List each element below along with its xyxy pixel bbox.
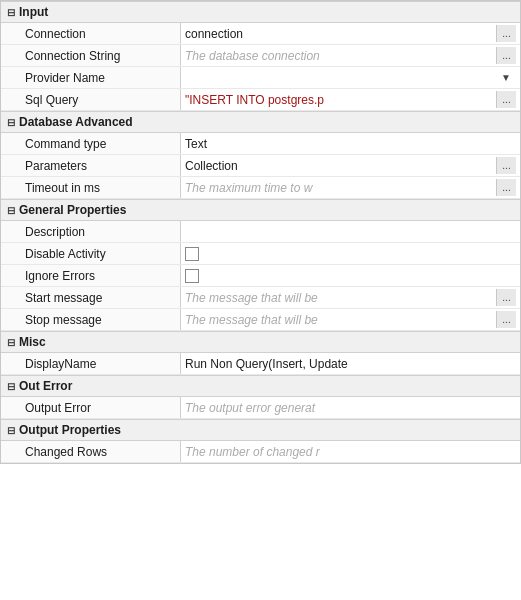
output-error-placeholder: The output error generat [185,401,516,415]
timeout-placeholder: The maximum time to w [185,181,496,195]
prop-value-display-name[interactable]: Run Non Query(Insert, Update [181,353,520,374]
row-start-message: Start message The message that will be .… [1,287,520,309]
prop-value-provider-name[interactable]: ▼ [181,67,520,88]
row-output-error: Output Error The output error generat [1,397,520,419]
section-out-error-label: Out Error [19,379,72,393]
row-description: Description [1,221,520,243]
row-stop-message: Stop message The message that will be ..… [1,309,520,331]
prop-name-start-message: Start message [1,287,181,308]
row-command-type: Command type Text [1,133,520,155]
timeout-dots-button[interactable]: ... [496,179,516,196]
prop-name-provider-name: Provider Name [1,67,181,88]
prop-name-command-type: Command type [1,133,181,154]
prop-name-output-error: Output Error [1,397,181,418]
toggle-input-icon[interactable]: ⊟ [7,7,15,18]
command-type-value: Text [185,137,516,151]
section-general-label: General Properties [19,203,126,217]
connection-dots-button[interactable]: ... [496,25,516,42]
prop-name-stop-message: Stop message [1,309,181,330]
toggle-misc-icon[interactable]: ⊟ [7,337,15,348]
prop-name-ignore-errors: Ignore Errors [1,265,181,286]
parameters-dots-button[interactable]: ... [496,157,516,174]
section-output-properties[interactable]: ⊟ Output Properties [1,419,520,441]
prop-name-connection-string: Connection String [1,45,181,66]
prop-value-connection-string[interactable]: The database connection ... [181,45,520,66]
sql-query-value: "INSERT INTO postgres.p [185,93,496,107]
prop-value-parameters[interactable]: Collection ... [181,155,520,176]
display-name-value: Run Non Query(Insert, Update [185,357,516,371]
prop-value-disable-activity[interactable] [181,243,520,264]
property-grid: ⊟ Input Connection connection ... Connec… [0,0,521,464]
prop-value-stop-message[interactable]: The message that will be ... [181,309,520,330]
toggle-output-props-icon[interactable]: ⊟ [7,425,15,436]
prop-name-parameters: Parameters [1,155,181,176]
prop-value-timeout[interactable]: The maximum time to w ... [181,177,520,198]
stop-message-placeholder: The message that will be [185,313,496,327]
row-disable-activity: Disable Activity [1,243,520,265]
section-out-error[interactable]: ⊟ Out Error [1,375,520,397]
prop-value-ignore-errors[interactable] [181,265,520,286]
provider-name-dropdown-button[interactable]: ▼ [496,72,516,83]
stop-message-dots-button[interactable]: ... [496,311,516,328]
connection-string-placeholder: The database connection [185,49,496,63]
prop-value-sql-query[interactable]: "INSERT INTO postgres.p ... [181,89,520,110]
sql-query-dots-button[interactable]: ... [496,91,516,108]
prop-name-display-name: DisplayName [1,353,181,374]
prop-name-description: Description [1,221,181,242]
prop-name-sql-query: Sql Query [1,89,181,110]
disable-activity-checkbox[interactable] [185,247,199,261]
section-misc-label: Misc [19,335,46,349]
row-ignore-errors: Ignore Errors [1,265,520,287]
section-general-properties[interactable]: ⊟ General Properties [1,199,520,221]
prop-name-connection: Connection [1,23,181,44]
parameters-value: Collection [185,159,496,173]
connection-value: connection [185,27,496,41]
row-timeout: Timeout in ms The maximum time to w ... [1,177,520,199]
row-changed-rows: Changed Rows The number of changed r [1,441,520,463]
section-db-advanced-label: Database Advanced [19,115,133,129]
prop-name-disable-activity: Disable Activity [1,243,181,264]
toggle-out-error-icon[interactable]: ⊟ [7,381,15,392]
section-misc[interactable]: ⊟ Misc [1,331,520,353]
connection-string-dots-button[interactable]: ... [496,47,516,64]
start-message-dots-button[interactable]: ... [496,289,516,306]
prop-name-changed-rows: Changed Rows [1,441,181,462]
prop-name-timeout: Timeout in ms [1,177,181,198]
section-input-label: Input [19,5,48,19]
row-parameters: Parameters Collection ... [1,155,520,177]
prop-value-description[interactable] [181,221,520,242]
prop-value-output-error[interactable]: The output error generat [181,397,520,418]
section-input[interactable]: ⊟ Input [1,1,520,23]
prop-value-connection[interactable]: connection ... [181,23,520,44]
row-connection: Connection connection ... [1,23,520,45]
toggle-general-icon[interactable]: ⊟ [7,205,15,216]
row-connection-string: Connection String The database connectio… [1,45,520,67]
row-sql-query: Sql Query "INSERT INTO postgres.p ... [1,89,520,111]
toggle-db-advanced-icon[interactable]: ⊟ [7,117,15,128]
ignore-errors-checkbox[interactable] [185,269,199,283]
prop-value-changed-rows[interactable]: The number of changed r [181,441,520,462]
row-provider-name: Provider Name ▼ [1,67,520,89]
prop-value-start-message[interactable]: The message that will be ... [181,287,520,308]
row-display-name: DisplayName Run Non Query(Insert, Update [1,353,520,375]
section-output-props-label: Output Properties [19,423,121,437]
section-database-advanced[interactable]: ⊟ Database Advanced [1,111,520,133]
changed-rows-placeholder: The number of changed r [185,445,516,459]
prop-value-command-type[interactable]: Text [181,133,520,154]
start-message-placeholder: The message that will be [185,291,496,305]
